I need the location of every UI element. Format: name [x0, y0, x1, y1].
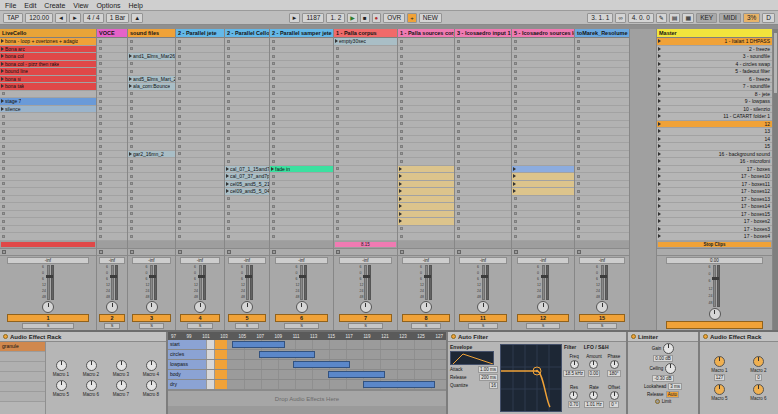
track-activator-button[interactable]: 12 [517, 314, 570, 322]
fader-handle[interactable] [363, 275, 370, 278]
empty-clip-slot[interactable] [334, 128, 397, 136]
menu-item-view[interactable]: View [73, 2, 88, 9]
time-signature-display[interactable]: 4 / 4 [83, 13, 104, 23]
empty-clip-slot[interactable] [270, 106, 333, 114]
track-stop-button[interactable] [272, 250, 276, 254]
track-volume-display[interactable]: -inf [132, 257, 172, 264]
empty-clip-slot[interactable] [176, 143, 224, 151]
empty-clip-slot[interactable] [128, 158, 175, 166]
solo-button[interactable]: S [587, 323, 617, 329]
zone-bar[interactable] [293, 361, 350, 368]
macro-knob-dial[interactable] [116, 380, 127, 391]
macro-knob-dial[interactable] [86, 360, 97, 371]
clip-slot[interactable] [512, 188, 574, 196]
macro-knob[interactable]: Macro 5 [46, 380, 76, 397]
tap-tempo-button[interactable]: TAP [3, 13, 23, 23]
empty-clip-slot[interactable] [334, 226, 397, 234]
empty-clip-slot[interactable] [176, 53, 224, 61]
empty-clip-slot[interactable] [512, 121, 574, 129]
empty-clip-slot[interactable] [270, 218, 333, 226]
device-on-led[interactable] [703, 334, 708, 339]
scene-slot[interactable]: 2 - freeze [657, 46, 772, 54]
empty-clip-slot[interactable] [128, 211, 175, 219]
clip-slot[interactable] [512, 181, 574, 189]
scene-slot[interactable]: 17 - boxes12 [657, 188, 772, 196]
empty-clip-slot[interactable] [128, 218, 175, 226]
empty-clip-slot[interactable] [128, 98, 175, 106]
master-cue-button[interactable] [666, 321, 764, 329]
solo-button[interactable]: S [139, 323, 165, 329]
empty-clip-slot[interactable] [455, 68, 511, 76]
session-overview-icon[interactable]: ▦ [682, 13, 694, 23]
empty-clip-slot[interactable] [97, 98, 127, 106]
empty-clip-slot[interactable] [128, 38, 175, 46]
fader-handle[interactable] [712, 277, 719, 280]
computer-midi-keyboard-button[interactable]: ▤ [669, 13, 681, 23]
midi-map-button[interactable]: MIDI [719, 13, 741, 23]
track-stop-button[interactable] [400, 250, 404, 254]
solo-button[interactable]: S [284, 323, 319, 329]
empty-clip-slot[interactable] [97, 68, 127, 76]
empty-clip-slot[interactable] [575, 218, 629, 226]
empty-clip-slot[interactable] [455, 121, 511, 129]
clip-slot[interactable]: and5_Elms_Mart_2 [128, 76, 175, 84]
empty-clip-slot[interactable] [225, 106, 269, 114]
macro-knob-dial[interactable] [56, 360, 67, 371]
track-volume-fader[interactable]: 606122448 [455, 265, 511, 301]
empty-clip-slot[interactable] [270, 181, 333, 189]
empty-clip-slot[interactable] [575, 83, 629, 91]
empty-clip-slot[interactable] [0, 143, 96, 151]
track-pan-knob[interactable] [537, 301, 549, 313]
empty-clip-slot[interactable] [575, 106, 629, 114]
empty-clip-slot[interactable] [270, 76, 333, 84]
empty-clip-slot[interactable] [97, 83, 127, 91]
track-activator-button[interactable]: 15 [579, 314, 625, 322]
empty-clip-slot[interactable] [334, 136, 397, 144]
track-activator-button[interactable]: 11 [459, 314, 507, 322]
device-on-led[interactable] [3, 334, 8, 339]
empty-clip-slot[interactable] [270, 53, 333, 61]
clip-slot[interactable]: cel09_and5_5_04 [225, 188, 269, 196]
metronome-icon[interactable]: ▲ [131, 13, 143, 23]
track-header[interactable]: 2 - Parallel Cello [225, 29, 269, 38]
empty-clip-slot[interactable] [575, 233, 629, 241]
empty-clip-slot[interactable] [270, 61, 333, 69]
empty-clip-slot[interactable] [128, 113, 175, 121]
empty-clip-slot[interactable] [176, 211, 224, 219]
empty-clip-slot[interactable] [0, 158, 96, 166]
scene-slot[interactable]: 17 - boxes10 [657, 173, 772, 181]
empty-clip-slot[interactable] [176, 38, 224, 46]
track-header[interactable]: 2 - Parallel samper jete [270, 29, 333, 38]
track-header[interactable]: 1 - Palla sources corpus [398, 29, 454, 38]
empty-clip-slot[interactable] [97, 121, 127, 129]
clip-slot[interactable]: silence [0, 106, 96, 114]
empty-clip-slot[interactable] [455, 173, 511, 181]
empty-clip-slot[interactable] [512, 211, 574, 219]
track-volume-display[interactable]: -inf [275, 257, 329, 264]
chain-volume-box[interactable] [206, 380, 215, 389]
loop-start-display[interactable]: 3. 1. 1 [587, 13, 613, 23]
empty-clip-slot[interactable] [97, 218, 127, 226]
zone-bar[interactable] [232, 341, 284, 348]
clip-slot[interactable] [398, 218, 454, 226]
track-header[interactable]: 3 - Icosaedro input 1 [455, 29, 511, 38]
empty-clip-slot[interactable] [575, 53, 629, 61]
rack-chain-row[interactable]: dry [168, 380, 446, 390]
empty-clip-slot[interactable] [225, 226, 269, 234]
empty-clip-slot[interactable] [455, 188, 511, 196]
empty-clip-slot[interactable] [575, 113, 629, 121]
empty-clip-slot[interactable] [270, 121, 333, 129]
chain-list-item[interactable]: granule [0, 342, 45, 352]
overdub-button[interactable]: OVR [383, 13, 405, 23]
clip-slot[interactable]: gar2_16mn_2 [128, 151, 175, 159]
empty-clip-slot[interactable] [128, 188, 175, 196]
empty-clip-slot[interactable] [176, 158, 224, 166]
empty-clip-slot[interactable] [128, 233, 175, 241]
empty-clip-slot[interactable] [455, 53, 511, 61]
clip-slot[interactable]: bound line [0, 68, 96, 76]
zone-bar[interactable] [363, 381, 435, 388]
empty-clip-slot[interactable] [398, 38, 454, 46]
track-stop-button[interactable] [457, 250, 461, 254]
empty-clip-slot[interactable] [455, 136, 511, 144]
empty-clip-slot[interactable] [97, 181, 127, 189]
